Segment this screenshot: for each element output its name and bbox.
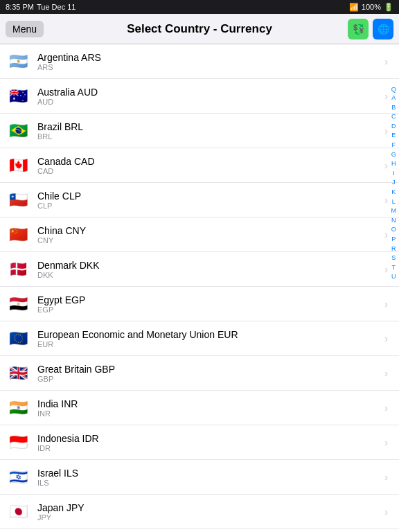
country-name: Denmark DKK bbox=[37, 260, 382, 271]
country-flag: 🇪🇺 bbox=[6, 330, 30, 347]
globe-icon: 🌐 bbox=[378, 24, 389, 35]
currency-code: CLP bbox=[37, 202, 382, 210]
currency-code: EGP bbox=[37, 305, 382, 314]
currency-code: ILS bbox=[37, 479, 382, 487]
list-item[interactable]: 🇨🇳 China CNY CNY › bbox=[0, 218, 399, 252]
item-text: Australia AUD AUD bbox=[37, 87, 382, 106]
country-name: Great Britain GBP bbox=[37, 364, 382, 375]
list-item[interactable]: 🇮🇱 Israel ILS ILS › bbox=[0, 460, 399, 495]
index-f[interactable]: F bbox=[391, 141, 398, 150]
country-flag: 🇦🇺 bbox=[6, 88, 30, 105]
list-item[interactable]: 🇨🇱 Chile CLP CLP › bbox=[0, 183, 399, 218]
country-name: India INR bbox=[37, 398, 382, 409]
item-text: China CNY CNY bbox=[37, 225, 382, 245]
item-text: European Economic and Monetary Union EUR… bbox=[37, 329, 382, 348]
country-flag: 🇨🇳 bbox=[6, 227, 30, 243]
items-container: 🇦🇷 Argentina ARS ARS › 🇦🇺 Australia AUD … bbox=[0, 44, 399, 532]
index-i[interactable]: I bbox=[391, 169, 396, 178]
index-n[interactable]: N bbox=[390, 216, 398, 225]
chevron-right-icon: › bbox=[384, 472, 388, 483]
nav-icons: 💱 🌐 bbox=[348, 19, 393, 39]
country-flag: 🇨🇦 bbox=[6, 157, 30, 174]
status-bar: 8:35 PM Tue Dec 11 📶 100% 🔋 bbox=[0, 0, 399, 14]
currency-code: INR bbox=[37, 409, 382, 418]
index-p[interactable]: P bbox=[390, 235, 397, 244]
index-b[interactable]: B bbox=[390, 103, 397, 112]
country-name: Israel ILS bbox=[37, 468, 382, 479]
item-text: Denmark DKK DKK bbox=[37, 260, 382, 279]
item-text: Great Britain GBP GBP bbox=[37, 364, 382, 383]
index-a[interactable]: A bbox=[390, 94, 397, 103]
country-name: Chile CLP bbox=[37, 190, 382, 202]
globe-button[interactable]: 🌐 bbox=[373, 19, 393, 39]
country-flag: 🇮🇩 bbox=[6, 434, 30, 451]
index-k[interactable]: K bbox=[390, 188, 397, 197]
index-c[interactable]: C bbox=[390, 112, 398, 121]
list-item[interactable]: 🇯🇵 Japan JPY JPY › bbox=[0, 495, 399, 529]
index-e[interactable]: E bbox=[390, 131, 397, 140]
time: 8:35 PM bbox=[6, 3, 34, 11]
index-u[interactable]: U bbox=[390, 272, 398, 281]
country-flag: 🇬🇧 bbox=[6, 365, 30, 382]
chevron-right-icon: › bbox=[384, 91, 388, 102]
index-search[interactable]: Q bbox=[391, 86, 396, 93]
chevron-right-icon: › bbox=[384, 56, 388, 67]
country-flag: 🇪🇬 bbox=[6, 296, 30, 312]
menu-button[interactable]: Menu bbox=[6, 21, 44, 37]
chevron-right-icon: › bbox=[384, 368, 388, 379]
list-item[interactable]: 🇩🇰 Denmark DKK DKK › bbox=[0, 252, 399, 287]
status-left: 8:35 PM Tue Dec 11 bbox=[6, 3, 76, 11]
index-r[interactable]: R bbox=[390, 245, 398, 254]
country-name: Egypt EGP bbox=[37, 294, 382, 305]
index-t[interactable]: T bbox=[391, 263, 398, 272]
index-j[interactable]: J bbox=[391, 178, 397, 187]
index-h[interactable]: H bbox=[390, 159, 398, 168]
list-item[interactable]: 🇬🇧 Great Britain GBP GBP › bbox=[0, 356, 399, 391]
index-g[interactable]: G bbox=[390, 150, 398, 159]
chevron-right-icon: › bbox=[384, 299, 388, 310]
currency-code: JPY bbox=[37, 513, 382, 522]
list-item[interactable]: 🇦🇷 Argentina ARS ARS › bbox=[0, 44, 399, 79]
currency-code: DKK bbox=[37, 271, 382, 279]
currency-code: EUR bbox=[37, 340, 382, 348]
chevron-right-icon: › bbox=[384, 402, 388, 414]
list-item[interactable]: 🇮🇳 India INR INR › bbox=[0, 391, 399, 425]
country-flag: 🇨🇱 bbox=[6, 192, 30, 209]
country-name: European Economic and Monetary Union EUR bbox=[37, 329, 382, 340]
chevron-right-icon: › bbox=[384, 333, 388, 344]
item-text: Egypt EGP EGP bbox=[37, 294, 382, 314]
list-item[interactable]: 🇧🇷 Brazil BRL BRL › bbox=[0, 114, 399, 148]
nav-bar: Menu Select Country - Currency 💱 🌐 bbox=[0, 14, 399, 44]
page-title: Select Country - Currency bbox=[127, 22, 272, 36]
country-flag: 🇮🇱 bbox=[6, 469, 30, 486]
item-text: Israel ILS ILS bbox=[37, 468, 382, 487]
list-item[interactable]: 🇲🇽 Mexico MXN MXN › bbox=[0, 529, 399, 532]
currency-code: CAD bbox=[37, 167, 382, 175]
list-item[interactable]: 🇪🇬 Egypt EGP EGP › bbox=[0, 287, 399, 321]
scan-button[interactable]: 💱 bbox=[348, 19, 369, 39]
battery-label: 100% bbox=[362, 3, 381, 11]
list-item[interactable]: 🇪🇺 European Economic and Monetary Union … bbox=[0, 321, 399, 356]
list-item[interactable]: 🇨🇦 Canada CAD CAD › bbox=[0, 148, 399, 183]
item-text: Indonesia IDR IDR bbox=[37, 433, 382, 452]
index-o[interactable]: O bbox=[390, 225, 398, 234]
currency-code: BRL bbox=[37, 132, 382, 141]
item-text: Japan JPY JPY bbox=[37, 502, 382, 522]
index-bar: Q A B C D E F G H I J K L M N O P R S T … bbox=[390, 86, 398, 281]
index-d[interactable]: D bbox=[390, 122, 398, 131]
index-l[interactable]: L bbox=[391, 197, 397, 206]
country-name: Indonesia IDR bbox=[37, 433, 382, 444]
item-text: Brazil BRL BRL bbox=[37, 121, 382, 141]
list-item[interactable]: 🇮🇩 Indonesia IDR IDR › bbox=[0, 425, 399, 460]
currency-code: GBP bbox=[37, 375, 382, 383]
index-m[interactable]: M bbox=[390, 206, 398, 215]
index-s[interactable]: S bbox=[390, 254, 397, 263]
country-flag: 🇦🇷 bbox=[6, 53, 30, 70]
item-text: Argentina ARS ARS bbox=[37, 52, 382, 71]
country-name: Japan JPY bbox=[37, 502, 382, 513]
list-item[interactable]: 🇦🇺 Australia AUD AUD › bbox=[0, 79, 399, 114]
currency-code: CNY bbox=[37, 236, 382, 245]
chevron-right-icon: › bbox=[384, 160, 388, 171]
country-flag: 🇩🇰 bbox=[6, 261, 30, 278]
item-text: India INR INR bbox=[37, 398, 382, 418]
